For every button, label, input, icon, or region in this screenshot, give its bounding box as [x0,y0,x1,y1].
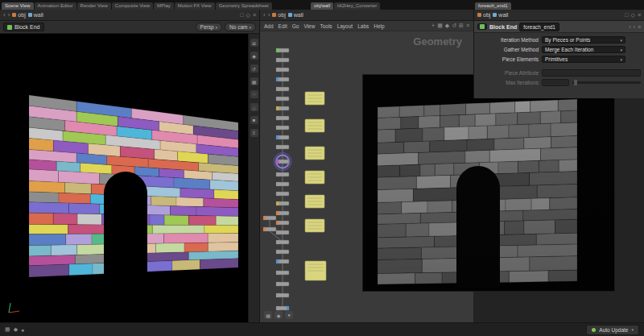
grid-icon[interactable]: ▦ [5,326,10,333]
param-row-piece-elements: Piece ElementsPrimitives▾ [477,56,641,63]
auto-update-button[interactable]: Auto Update ▾ [586,325,639,335]
network-toolbar-icon[interactable]: ↺ [452,23,456,29]
colored-wall-geometry [0,34,248,322]
diamond-icon[interactable]: ◆ [14,326,18,333]
camera-button-label: No cam [229,24,247,30]
pane-tab-animation-editor[interactable]: Animation Editor [35,2,76,10]
slider-handle[interactable] [574,80,577,85]
pane-tab-foreach-end1[interactable]: foreach_end1 [475,2,511,10]
menu-labs[interactable]: Labs [357,23,369,29]
nav-forward-icon[interactable]: › [8,11,10,19]
network-toolbar-icon[interactable]: + [431,23,435,29]
viewport-tool-icon[interactable]: ≡ [250,129,258,137]
chevron-down-icon: ▾ [216,25,218,30]
pane-tab-geometry-spreadsheet[interactable]: Geometry Spreadsheet [216,2,272,10]
menu-view[interactable]: View [303,23,315,29]
node-name-field[interactable]: foreach_end1 [519,23,559,31]
path-bar-icon[interactable]: □ [625,12,628,19]
dot-icon[interactable]: ● [21,327,24,333]
status-bar: ▦ ◆ ● Auto Update ▾ [0,322,644,336]
chevron-down-icon: ▾ [620,48,622,52]
nav-back-icon[interactable]: ‹ [3,11,6,19]
axis-gizmo-icon [6,300,23,316]
param-field-piece-attribute[interactable] [542,69,641,77]
obj-icon [272,13,276,17]
network-toolbar-icon[interactable]: ▦ [437,23,443,29]
chevron-down-icon: ▾ [249,25,251,30]
breadcrumb-obj[interactable]: obj [477,12,490,18]
stone-wall-render [363,75,614,291]
menu-tools[interactable]: Tools [320,23,332,29]
viewport-tool-icon[interactable]: ↺ [250,64,258,73]
geometry-node-icon [288,13,292,17]
network-quick-icon[interactable]: ▦ [264,311,272,319]
pane-tab-mplay[interactable]: MPlay [154,2,174,10]
path-bar-icon[interactable]: ◇ [631,12,635,19]
breadcrumb-wall[interactable]: wall [288,12,303,18]
pane-tab-motion-fx-view[interactable]: Motion FX View [175,2,215,10]
camera-button-persp[interactable]: Persp▾ [196,23,223,31]
param-select-piece-elements[interactable]: Primitives▾ [542,56,625,63]
param-select-iteration-method[interactable]: By Pieces or Points▾ [542,36,625,44]
param-row-iteration-method: Iteration MethodBy Pieces or Points▾ [477,36,641,44]
network-toolbar-icon[interactable]: ⊞ [459,23,464,29]
pane-tab-scene-view[interactable]: Scene View [2,2,34,10]
viewport-tool-icon[interactable]: ▦ [250,77,258,85]
camera-button-label: Persp [200,24,214,30]
menu-go[interactable]: Go [292,23,299,29]
obj-icon [12,13,16,17]
param-select-gather-method[interactable]: Merge Each Iteration▾ [542,46,625,53]
menu-add[interactable]: Add [264,23,274,29]
render-viewport[interactable] [362,74,615,292]
pane-tabs-center: obj/wallHi2Hey_Converter [311,0,380,10]
camera-button-no-cam[interactable]: No cam▾ [225,23,256,31]
param-field-max-iterations[interactable] [542,79,569,86]
param-row-max-iterations: Max Iterations [477,79,641,86]
param-slider-max-iterations[interactable] [572,81,641,84]
param-header-icon[interactable]: ‹ [629,24,630,30]
pane-tab-composite-view[interactable]: Composite View [112,2,153,10]
chevron-down-icon: ▾ [620,38,622,43]
param-select-value: Merge Each Iteration [545,47,593,52]
pane-tab-render-view[interactable]: Render View [77,2,111,10]
param-header-icon[interactable]: › [634,24,635,30]
network-quick-icons: ▦◆● [264,311,293,319]
menu-layout[interactable]: Layout [337,23,353,29]
network-quick-icon[interactable]: ● [285,311,293,319]
geometry-node-icon [493,13,497,17]
nav-forward-icon[interactable]: › [268,11,270,19]
path-bar-icon[interactable]: ≡ [253,12,256,19]
pane-tabs-left: Scene ViewAnimation EditorRender ViewCom… [2,0,272,10]
param-select-value: Primitives [545,56,568,62]
viewport-tool-icon[interactable]: ○ [250,90,258,98]
top-tab-bar: Scene ViewAnimation EditorRender ViewCom… [0,0,644,10]
breadcrumb-obj[interactable]: obj [272,12,285,18]
menu-help[interactable]: Help [374,23,384,29]
param-header-icon[interactable]: ≡ [638,24,641,30]
path-bar-icon[interactable]: ◇ [246,12,250,19]
viewport-tool-icon[interactable]: ◇ [250,103,258,111]
network-toolbar-icon[interactable]: ◆ [445,23,449,29]
scene-viewport[interactable] [0,34,248,322]
path-bar-icon[interactable]: □ [240,12,243,19]
nav-back-icon[interactable]: ‹ [263,11,266,19]
viewport-node-chip[interactable]: Block End [3,23,44,31]
param-label: Piece Elements [477,56,539,62]
param-label: Piece Attribute [477,70,539,76]
menu-edit[interactable]: Edit [279,23,287,29]
viewport-tool-icon[interactable]: ⊞ [250,39,258,47]
display-flag[interactable] [287,306,289,310]
parameter-rows: Iteration MethodBy Pieces or Points▾Gath… [474,33,644,86]
path-bar-icon[interactable]: ≡ [638,12,641,19]
desktop-tab-hi2hey-converter[interactable]: Hi2Hey_Converter [334,2,380,10]
viewport-tool-icon[interactable]: ◆ [250,52,258,60]
desktop-tab-obj-wall[interactable]: obj/wall [311,2,333,10]
breadcrumb-wall[interactable]: wall [493,12,508,18]
network-toolbar-icon[interactable]: ≡ [466,23,469,29]
network-quick-icon[interactable]: ◆ [275,311,283,319]
breadcrumb-wall[interactable]: wall [28,12,43,18]
houdini-window: Scene ViewAnimation EditorRender ViewCom… [0,0,644,336]
breadcrumb-obj[interactable]: obj [12,12,25,18]
viewport-tool-icon[interactable]: ■ [250,116,258,124]
parameter-pane: Block End foreach_end1 ‹›≡ Iteration Met… [473,21,644,98]
